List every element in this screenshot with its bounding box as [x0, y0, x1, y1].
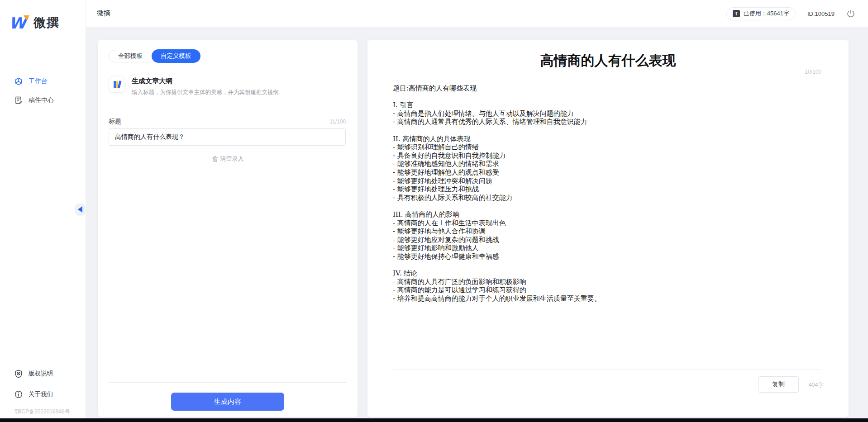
sidebar-collapse-button[interactable] [75, 204, 85, 215]
workbench-icon [14, 77, 23, 85]
article-title-counter: 10/100 [805, 69, 821, 75]
generate-content-button[interactable]: 生成内容 [171, 393, 284, 411]
result-panel: 高情商的人有什么表现 10/100 题目:高情商的人有哪些表现 I. 引言 - … [367, 40, 849, 417]
sidebar-item-label: 版权说明 [29, 370, 53, 378]
sidebar-footer: 版权说明 关于我们 鄂ICP备2022016946号 [0, 366, 86, 416]
sidebar-item-about[interactable]: 关于我们 [0, 387, 86, 402]
sidebar-item-drafts[interactable]: 稿件中心 [0, 93, 86, 108]
user-id: ID:100519 [807, 10, 835, 17]
usage-label: 已使用：45641字 [744, 9, 789, 18]
template-texts: 生成文章大纲 输入标题，为你提供文章主体的灵感，并为其创建推文提纲 [132, 76, 279, 96]
app-logo: W 微撰 [10, 14, 60, 32]
document-icon [14, 96, 23, 104]
shield-copyright-icon [14, 370, 23, 378]
title-field-header: 标题 11/100 [109, 118, 346, 126]
tab-custom-templates[interactable]: 自定义模板 [152, 49, 200, 63]
usage-counter-pill[interactable]: T 已使用：45641字 [726, 7, 796, 20]
article-title: 高情商的人有什么表现 [367, 52, 849, 70]
info-icon [14, 390, 23, 398]
chevron-left-icon [78, 206, 82, 213]
title-char-counter: 11/100 [329, 119, 346, 125]
sidebar: W 微撰 工作台 稿件中心 [0, 0, 86, 418]
sidebar-item-label: 稿件中心 [29, 96, 54, 104]
word-usage-icon: T [733, 10, 740, 17]
template-description: 输入标题，为你提供文章主体的灵感，并为其创建推文提纲 [132, 89, 279, 96]
workspace: 全部模板 自定义模板 生成文章大纲 输入标题，为你提供文章主体的灵感，并为其创建… [86, 27, 868, 418]
icp-record-number: 鄂ICP备2022016946号 [0, 408, 86, 416]
template-panel: 全部模板 自定义模板 生成文章大纲 输入标题，为你提供文章主体的灵感，并为其创建… [98, 40, 358, 417]
clear-input-label: 清空录入 [220, 155, 244, 163]
page-title: 微撰 [97, 9, 110, 18]
topbar: 微撰 T 已使用：45641字 ID:100519 [86, 0, 868, 27]
logo-w-icon: W [10, 14, 30, 32]
tab-all-templates[interactable]: 全部模板 [109, 50, 152, 62]
title-field-label: 标题 [109, 118, 121, 126]
template-title: 生成文章大纲 [132, 77, 279, 85]
trash-icon [212, 156, 219, 162]
template-tabs: 全部模板 自定义模板 [109, 50, 200, 62]
divider [393, 78, 821, 78]
clear-input-button[interactable]: 清空录入 [98, 155, 358, 163]
sidebar-item-workbench[interactable]: 工作台 [0, 74, 86, 89]
divider [109, 382, 347, 383]
power-logout-icon[interactable] [846, 9, 855, 18]
word-count: 404字 [809, 381, 824, 389]
divider [393, 370, 821, 370]
bottom-window-edge [0, 418, 868, 422]
sidebar-item-label: 工作台 [29, 77, 48, 85]
template-info: 生成文章大纲 输入标题，为你提供文章主体的灵感，并为其创建推文提纲 [109, 76, 347, 96]
sidebar-nav: 工作台 稿件中心 [0, 74, 86, 108]
sidebar-item-copyright[interactable]: 版权说明 [0, 366, 86, 381]
copy-button[interactable]: 复制 [758, 376, 799, 393]
topbar-right-group: T 已使用：45641字 ID:100519 [726, 0, 855, 27]
article-outline-text[interactable]: 题目:高情商的人有哪些表现 I. 引言 - 高情商是指人们处理情绪、与他人互动以… [393, 84, 821, 303]
logo-text: 微撰 [33, 14, 60, 31]
outline-template-icon [109, 76, 125, 93]
sidebar-item-label: 关于我们 [29, 390, 53, 398]
title-input[interactable] [109, 128, 346, 146]
